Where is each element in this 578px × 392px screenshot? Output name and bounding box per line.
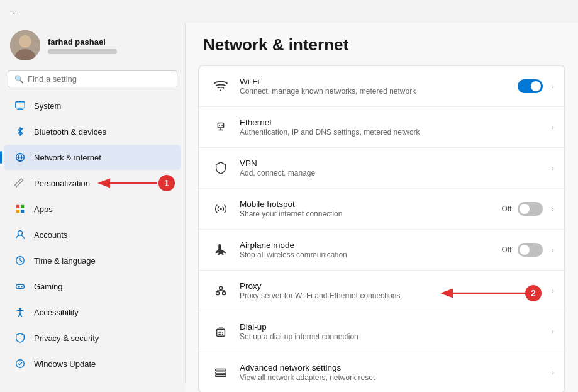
chevron-vpn: ›: [552, 164, 554, 172]
settings-right-vpn: ›: [549, 164, 554, 172]
chevron-mobile-hotspot: ›: [552, 205, 554, 213]
svg-rect-20: [221, 125, 222, 126]
sidebar-nav: System Bluetooth & devices Network & int…: [0, 92, 185, 377]
settings-item-advanced[interactable]: Advanced network settings View all netwo…: [199, 352, 565, 392]
sidebar-item-windows-update[interactable]: Windows Update: [4, 351, 181, 376]
settings-desc-proxy: Proxy server for Wi-Fi and Ethernet conn…: [240, 291, 549, 300]
svg-rect-22: [216, 292, 220, 295]
main-layout: farhad pashaei 🔍 System Bluetooth & devi…: [0, 23, 578, 392]
user-profile[interactable]: farhad pashaei: [0, 23, 185, 70]
nav-icon-time: [14, 254, 26, 267]
nav-label-apps: Apps: [34, 204, 53, 214]
settings-text-dial-up: Dial-up Set up a dial-up internet connec…: [240, 322, 549, 341]
settings-icon-mobile-hotspot: [209, 198, 232, 220]
svg-point-31: [222, 334, 223, 335]
nav-icon-personalization: [14, 177, 26, 189]
nav-icon-system: [14, 99, 26, 112]
settings-item-ethernet[interactable]: Ethernet Authentication, IP and DNS sett…: [199, 106, 565, 148]
settings-icon-advanced: [209, 361, 232, 384]
nav-icon-privacy: [14, 332, 26, 344]
settings-item-mobile-hotspot[interactable]: Mobile hotspot Share your internet conne…: [199, 188, 565, 230]
sidebar-item-gaming[interactable]: Gaming: [4, 274, 181, 299]
settings-text-wifi: Wi-Fi Connect, manage known networks, me…: [240, 77, 511, 96]
svg-rect-32: [216, 369, 226, 371]
sidebar-item-apps[interactable]: Apps: [4, 196, 181, 221]
settings-desc-airplane-mode: Stop all wireless communication: [240, 250, 502, 259]
nav-label-accessibility: Accessibility: [34, 308, 79, 317]
nav-icon-bluetooth: [14, 125, 26, 138]
settings-text-vpn: VPN Add, connect, manage: [240, 159, 549, 177]
sidebar-item-accessibility[interactable]: Accessibility: [4, 300, 181, 325]
page-title: Network & internet: [203, 35, 560, 55]
settings-text-ethernet: Ethernet Authentication, IP and DNS sett…: [240, 118, 549, 137]
content-wrapper: Network & internet Wi-Fi Connect, manage…: [186, 23, 578, 392]
nav-icon-gaming: [14, 280, 26, 293]
settings-right-dial-up: ›: [549, 328, 554, 335]
svg-rect-5: [17, 109, 24, 110]
settings-desc-vpn: Add, connect, manage: [240, 169, 549, 177]
back-button[interactable]: ←: [8, 6, 24, 19]
svg-point-29: [218, 334, 220, 335]
settings-title-dial-up: Dial-up: [240, 322, 549, 332]
settings-desc-ethernet: Authentication, IP and DNS settings, met…: [240, 128, 549, 137]
sidebar-item-network[interactable]: Network & internet: [4, 145, 181, 170]
settings-title-advanced: Advanced network settings: [240, 363, 549, 372]
settings-right-airplane-mode: Off ›: [502, 243, 554, 257]
sidebar-item-accounts[interactable]: Accounts: [4, 222, 181, 247]
close-button[interactable]: [542, 3, 570, 23]
sidebar-item-bluetooth[interactable]: Bluetooth & devices: [4, 119, 181, 144]
settings-text-advanced: Advanced network settings View all netwo…: [240, 363, 549, 382]
nav-label-accounts: Accounts: [34, 230, 67, 240]
user-info: farhad pashaei: [48, 37, 117, 54]
sidebar-item-time[interactable]: Time & language: [4, 248, 181, 273]
settings-desc-advanced: View all network adapters, network reset: [240, 373, 549, 382]
svg-rect-7: [21, 205, 24, 208]
search-box[interactable]: 🔍: [8, 70, 177, 87]
chevron-advanced: ›: [552, 369, 554, 376]
settings-title-mobile-hotspot: Mobile hotspot: [240, 199, 502, 209]
sidebar-item-personalization[interactable]: Personalization: [4, 171, 181, 196]
settings-desc-mobile-hotspot: Share your internet connection: [240, 210, 502, 218]
toggle-label-airplane-mode: Off: [502, 245, 512, 254]
sidebar-item-system[interactable]: System: [4, 93, 181, 118]
toggle-thumb-mobile-hotspot: [520, 204, 530, 214]
settings-item-airplane-mode[interactable]: Airplane mode Stop all wireless communic…: [199, 229, 565, 271]
settings-right-advanced: ›: [549, 369, 554, 376]
nav-icon-network: [14, 151, 26, 164]
title-bar-left: ←: [8, 6, 30, 19]
svg-point-10: [18, 231, 22, 235]
search-icon: 🔍: [14, 75, 24, 84]
settings-text-proxy: Proxy Proxy server for Wi-Fi and Etherne…: [240, 281, 549, 300]
svg-point-30: [220, 334, 221, 335]
settings-icon-vpn: [209, 157, 232, 179]
settings-item-dial-up[interactable]: Dial-up Set up a dial-up internet connec…: [199, 311, 565, 352]
search-input[interactable]: [28, 74, 170, 84]
svg-rect-12: [16, 284, 25, 288]
toggle-airplane-mode[interactable]: [518, 243, 543, 257]
nav-icon-windows-update: [14, 357, 26, 370]
sidebar-item-privacy[interactable]: Privacy & security: [4, 325, 181, 350]
settings-title-ethernet: Ethernet: [240, 118, 549, 127]
chevron-dial-up: ›: [552, 328, 554, 335]
nav-label-windows-update: Windows Update: [34, 359, 96, 369]
settings-desc-dial-up: Set up a dial-up internet connection: [240, 332, 549, 341]
nav-icon-accessibility: [14, 306, 26, 318]
toggle-thumb-wifi: [531, 81, 541, 91]
toggle-wifi[interactable]: [518, 79, 543, 93]
settings-icon-airplane-mode: [209, 238, 232, 261]
settings-title-vpn: VPN: [240, 159, 549, 168]
settings-item-proxy[interactable]: Proxy Proxy server for Wi-Fi and Etherne…: [199, 270, 565, 311]
minimize-button[interactable]: [481, 3, 510, 23]
svg-point-1: [19, 35, 31, 48]
svg-point-21: [220, 208, 222, 210]
settings-item-wifi[interactable]: Wi-Fi Connect, manage known networks, me…: [199, 65, 565, 107]
settings-right-mobile-hotspot: Off ›: [502, 202, 554, 216]
toggle-mobile-hotspot[interactable]: [518, 202, 543, 216]
settings-item-vpn[interactable]: VPN Add, connect, manage ›: [199, 147, 565, 189]
svg-rect-33: [216, 372, 226, 374]
svg-rect-8: [16, 210, 19, 213]
settings-right-ethernet: ›: [549, 123, 554, 131]
maximize-button[interactable]: [511, 3, 540, 23]
svg-rect-18: [218, 123, 223, 128]
window-controls: [481, 3, 570, 23]
